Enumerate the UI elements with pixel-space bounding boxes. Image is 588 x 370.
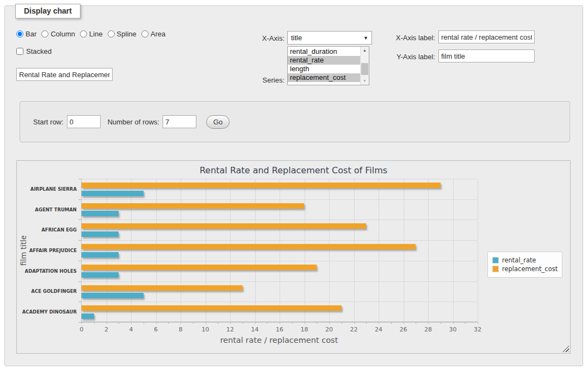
bar-rental_rate <box>82 313 94 319</box>
legend-item-replacement_cost[interactable]: replacement_cost <box>492 265 558 273</box>
gridline-horizontal <box>82 179 477 179</box>
gridline-horizontal <box>82 240 477 241</box>
y-axis-label-input[interactable] <box>438 49 535 62</box>
chart-type-option-spline[interactable]: Spline <box>108 30 137 38</box>
x-tick-mark <box>478 322 478 324</box>
chart-type-radio-bar[interactable] <box>16 30 23 37</box>
gridline-horizontal <box>82 261 477 261</box>
chart-type-label: Area <box>151 30 165 38</box>
chart-legend: rental_ratereplacement_cost <box>487 252 562 278</box>
x-tick-label: 32 <box>474 326 481 333</box>
x-tick-label: 12 <box>226 326 234 333</box>
resize-handle-icon[interactable] <box>562 346 569 352</box>
y-tick-mark <box>78 261 82 261</box>
category-label: AFRICAN EGG <box>41 227 77 233</box>
x-tick-label: 8 <box>179 326 183 333</box>
start-row-label: Start row: <box>33 118 64 126</box>
gridline-vertical <box>131 179 132 322</box>
chart-title-input[interactable] <box>16 68 113 81</box>
category-label: AIRPLANE SIERRA <box>30 186 77 192</box>
x-tick-label: 20 <box>325 326 333 333</box>
gridline-vertical <box>379 179 379 322</box>
gridline-vertical <box>280 179 280 322</box>
gridline-vertical <box>255 179 256 322</box>
y-tick-mark <box>78 199 82 200</box>
y-axis-label-label: Y-Axis label: <box>374 53 435 61</box>
x-tick-label: 10 <box>202 326 209 333</box>
series-option-rental_duration[interactable]: rental_duration <box>288 47 360 56</box>
gridline-vertical <box>404 179 404 322</box>
x-axis-label-input[interactable] <box>438 30 535 43</box>
chart-type-radio-line[interactable] <box>80 30 87 37</box>
chart-type-radio-group: BarColumnLineSplineArea <box>16 30 165 38</box>
x-tick-label: 30 <box>449 326 457 333</box>
gridline-vertical <box>478 179 478 322</box>
bar-replacement_cost <box>82 183 441 188</box>
x-tick-label: 24 <box>375 326 382 333</box>
gridline-vertical <box>181 179 181 322</box>
chart-type-radio-area[interactable] <box>141 30 148 37</box>
y-tick-mark <box>78 302 82 302</box>
series-option-length[interactable]: length <box>288 65 360 73</box>
legend-label: rental_rate <box>502 256 536 264</box>
chart-type-radio-spline[interactable] <box>108 30 115 37</box>
panel-tab-display-chart: Display chart <box>15 4 81 18</box>
chart-type-option-line[interactable]: Line <box>80 30 103 38</box>
series-select-label: Series: <box>234 76 284 84</box>
stacked-checkbox[interactable] <box>16 48 23 55</box>
gridline-vertical <box>107 179 107 322</box>
chart-type-label: Column <box>51 30 75 38</box>
bar-rental_rate <box>82 293 144 298</box>
y-tick-mark <box>78 179 82 179</box>
scrollbar-thumb[interactable] <box>361 63 368 75</box>
chart-type-option-bar[interactable]: Bar <box>16 30 36 38</box>
chevron-down-icon: ▼ <box>363 35 368 41</box>
bar-rental_rate <box>82 191 144 196</box>
chart-type-option-area[interactable]: Area <box>141 30 165 38</box>
category-label: ACE GOLDFINGER <box>31 289 77 294</box>
plot-area: film title 02468101214161820222426283032… <box>81 179 477 322</box>
gridline-horizontal <box>82 302 477 302</box>
x-axis-title: rental rate / replacement cost <box>81 336 477 344</box>
chart-type-radio-column[interactable] <box>41 30 48 37</box>
app-screen: Display chart BarColumnLineSplineArea St… <box>0 0 588 370</box>
bar-replacement_cost <box>82 305 342 311</box>
bar-replacement_cost <box>82 223 366 229</box>
scroll-up-icon[interactable]: ▲ <box>361 47 369 54</box>
x-axis-selected-value: title <box>291 34 302 42</box>
chart-container: Rental Rate and Replacement Cost of Film… <box>16 160 571 354</box>
gridline-horizontal <box>82 322 477 323</box>
bar-rental_rate <box>82 231 119 237</box>
rows-form-panel: Start row: Number of rows: Go <box>20 101 570 142</box>
y-tick-mark <box>78 240 82 241</box>
scroll-down-icon[interactable]: ▼ <box>361 77 369 85</box>
y-tick-mark <box>78 322 82 323</box>
bar-rental_rate <box>82 211 119 216</box>
series-option-rental_rate[interactable]: rental_rate <box>288 56 360 65</box>
gridline-vertical <box>156 179 157 322</box>
gridline-vertical <box>453 179 454 322</box>
go-button[interactable]: Go <box>206 115 230 129</box>
series-options: rental_durationrental_ratelengthreplacem… <box>288 47 360 85</box>
stacked-checkbox-row[interactable]: Stacked <box>16 47 52 55</box>
gridline-vertical <box>354 179 355 322</box>
num-rows-label: Number of rows: <box>108 118 159 126</box>
x-axis-select[interactable]: title ▼ <box>287 31 372 45</box>
series-option-replacement_cost[interactable]: replacement_cost <box>288 73 360 82</box>
x-tick-label: 26 <box>400 326 407 333</box>
series-multiselect[interactable]: rental_durationrental_ratelengthreplacem… <box>287 46 369 85</box>
x-axis-label-label: X-Axis label: <box>374 34 435 42</box>
x-tick-label: 14 <box>251 326 259 333</box>
series-scrollbar[interactable]: ▲ ▼ <box>360 47 369 85</box>
x-tick-label: 0 <box>80 326 84 333</box>
gridline-horizontal <box>82 220 477 220</box>
gridline-vertical <box>206 179 206 322</box>
start-row-input[interactable] <box>67 115 101 128</box>
legend-swatch-icon <box>492 266 499 272</box>
legend-item-rental_rate[interactable]: rental_rate <box>492 256 558 264</box>
bar-replacement_cost <box>82 285 243 291</box>
legend-label: replacement_cost <box>502 265 558 273</box>
chart-type-option-column[interactable]: Column <box>41 30 75 38</box>
num-rows-input[interactable] <box>163 115 196 128</box>
bar-replacement_cost <box>82 203 304 209</box>
